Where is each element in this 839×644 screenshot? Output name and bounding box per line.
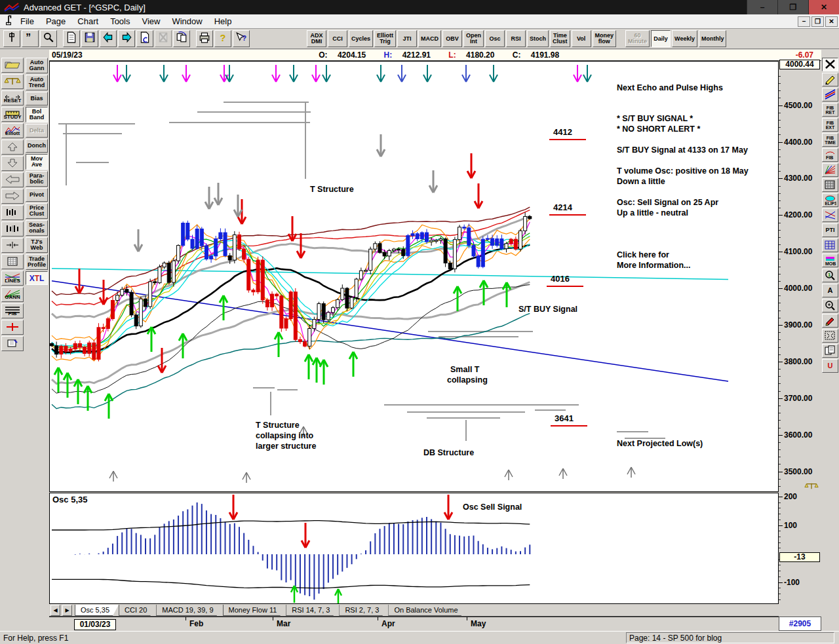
prev-page-button[interactable] [100,30,117,47]
context-help-button[interactable]: ? [233,30,250,47]
delete-tool-button[interactable] [822,58,838,71]
menu-window[interactable]: Window [166,15,208,28]
trendlines-tool-button[interactable] [822,88,838,102]
undo-tool-button[interactable]: U [822,359,838,373]
pin-button[interactable] [3,30,20,47]
period-monthly-button[interactable]: Monthly [699,30,727,47]
tab-osc-5-35[interactable]: Osc 5,35 [75,605,119,616]
menu-chart[interactable]: Chart [71,15,104,28]
sidebar-split-bars-button[interactable] [1,221,24,237]
menu-view[interactable]: View [136,15,166,28]
delete-page-button[interactable] [155,30,172,47]
zoom-date-tool-button[interactable]: 1 [822,269,838,282]
period-weekly-button[interactable]: Weekly [672,30,697,47]
more-information-link[interactable]: Click here for [617,250,669,259]
sidebar-study-mov-ave-button[interactable]: Mov Ave [26,154,48,170]
study-obv-button[interactable]: OBV [442,30,462,47]
sidebar-study-auto-gann-button[interactable]: Auto Gann [26,58,48,73]
tab-cci-20[interactable]: CCI 20 [119,605,156,616]
sidebar-arrow-right-button[interactable] [1,189,24,204]
tab-scroll-left-button[interactable]: ◀ [50,605,60,616]
period-daily-button[interactable]: Daily [651,30,671,47]
chart-window-minimize-button[interactable]: – [798,16,810,27]
axis-scale-icon[interactable] [804,481,819,489]
new-page-button[interactable] [63,30,80,47]
sidebar-study-auto-trend-button[interactable]: Auto Trend [26,75,48,90]
sidebar-study-bias-button[interactable]: Bias [26,92,48,105]
sidebar-open-chart-button[interactable] [1,58,24,73]
sidebar-gann-button[interactable]: GANN [1,287,24,302]
fib-ext-tool-button[interactable]: FIBEXT [822,118,838,132]
study-jti-button[interactable]: JTI [397,30,417,47]
study-vol-button[interactable]: Vol [572,30,591,47]
sidebar-lines-button[interactable]: LINES [1,271,24,286]
sidebar-study-tj-s-web-button[interactable]: TJ's Web [26,237,48,253]
study-adx-button[interactable]: ADX DMI [307,30,326,47]
sidebar-arrow-left-button[interactable] [1,172,24,187]
tab-macd-19-39-9[interactable]: MACD 19, 39, 9 [156,605,222,616]
menu-help[interactable]: Help [208,15,238,28]
sidebar-study-xtl-button[interactable]: XTL [26,271,48,285]
sidebar-fib-button[interactable]: FIB [1,303,24,318]
start-date-box[interactable]: 01/03/23 [74,619,116,630]
tab-on-balance-volume[interactable]: On Balance Volume [388,605,467,616]
ellipse-tool-button[interactable]: ELIPS [822,193,838,207]
study-rsi-button[interactable]: RSI [506,30,526,47]
study-elliott-button[interactable]: Elliott Trig [374,30,396,47]
sidebar-study-para--bolic-button[interactable]: Para- bolic [26,171,48,187]
tab-rsi-2-7-3[interactable]: RSI 2, 7, 3 [339,605,388,616]
pages-tool-button[interactable] [822,344,838,358]
sidebar-study-pivot-button[interactable]: Pivot [26,188,48,202]
sidebar-properties-button[interactable] [1,336,24,351]
sidebar-expand-bars-button[interactable] [1,238,24,253]
study-cycles-button[interactable]: Cycles [349,30,373,47]
menu-file[interactable]: File [14,15,40,28]
grid-tool-button[interactable] [822,178,838,192]
study-cci-button[interactable]: CCI [328,30,347,47]
fib-time-tool-button[interactable]: FIBTIME [822,133,838,147]
reorder-pages-button[interactable] [173,30,190,47]
mob-tool-button[interactable]: MOB [822,254,838,267]
insert-page-button[interactable] [136,30,153,47]
sidebar-arrow-up-button[interactable] [1,140,24,155]
pti-tool-button[interactable]: PTI [822,223,838,237]
tab-rsi-14-7-3[interactable]: RSI 14, 7, 3 [286,605,339,616]
sidebar-study-button[interactable]: STUDY [1,107,24,122]
fib-circle-tool-button[interactable]: FIB [822,148,838,162]
period-60-minute-button[interactable]: 60 Minute [625,30,650,47]
chart-window-restore-button[interactable]: ❐ [811,16,824,27]
expand-tool-button[interactable] [822,329,838,343]
quotes-button[interactable]: ” [22,30,39,47]
sidebar-arrow-down-button[interactable] [1,156,24,171]
sidebar-study-price-clust-button[interactable]: Price Clust [26,203,48,219]
more-information-link[interactable]: More Information... [617,261,691,270]
menu-page[interactable]: Page [40,15,71,28]
study-time-button[interactable]: Time Clust [550,30,570,47]
price-chart[interactable]: 4412421440163641T StructureS/T BUY Signa… [49,61,779,492]
sidebar-study-trade-profile-button[interactable]: Trade Profile [26,254,48,270]
sidebar-crosshair-button[interactable] [1,320,24,335]
search-button[interactable] [40,30,57,47]
sidebar-compare-bars-button[interactable] [1,205,24,220]
sidebar-elliott-button[interactable]: Elliott [1,123,24,138]
study-osc-button[interactable]: Osc [485,30,505,47]
menu-tools[interactable]: Tools [104,15,136,28]
fan-lines-tool-button[interactable] [822,163,838,177]
text-tool-button[interactable]: A [822,284,838,297]
sidebar-study-bol-band-button[interactable]: Bol Band [26,107,48,123]
pencil-tool-button[interactable] [822,73,838,86]
oscillator-panel[interactable]: Osc 5,35Osc Sell Signal [49,493,779,604]
fib-ret-tool-button[interactable]: FIBRET [822,103,838,117]
study-stoch-button[interactable]: Stoch [527,30,549,47]
blue-grid-tool-button[interactable] [822,238,838,252]
study-money-button[interactable]: Money flow [593,30,617,47]
study-open-button[interactable]: Open Int [463,30,484,47]
window-restore-button[interactable]: ❐ [777,0,808,14]
sidebar-study-donch-button[interactable]: Donch [26,139,48,153]
chart-window-close-button[interactable]: ✕ [825,16,838,27]
study-macd-button[interactable]: MACD [418,30,441,47]
zoom-in-tool-button[interactable] [822,299,838,313]
next-page-button[interactable] [118,30,135,47]
sidebar-study-delta-button[interactable]: Delta [26,124,48,138]
window-close-button[interactable]: ✕ [808,0,839,14]
